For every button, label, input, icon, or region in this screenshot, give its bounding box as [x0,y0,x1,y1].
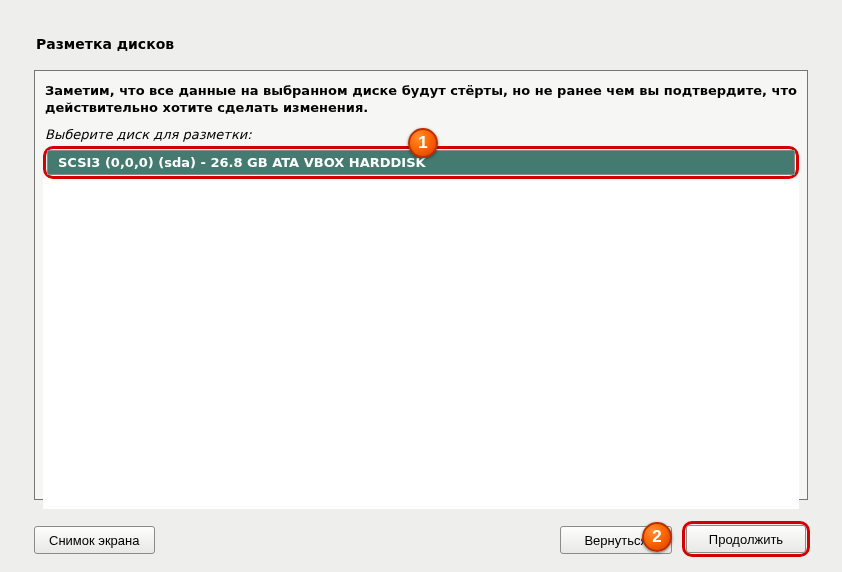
page-title: Разметка дисков [36,36,174,52]
disk-list-body [43,179,799,509]
annotation-badge-1: 1 [408,128,438,158]
partition-disks-window: Разметка дисков Заметим, что все данные … [0,0,842,572]
warning-text: Заметим, что все данные на выбранном дис… [43,79,799,121]
screenshot-button[interactable]: Снимок экрана [34,526,155,554]
annotation-badge-2: 2 [642,522,672,552]
continue-button-highlight: Продолжить [682,521,810,557]
continue-button[interactable]: Продолжить [686,525,806,553]
button-bar: Снимок экрана Вернуться Продолжить [34,522,808,554]
